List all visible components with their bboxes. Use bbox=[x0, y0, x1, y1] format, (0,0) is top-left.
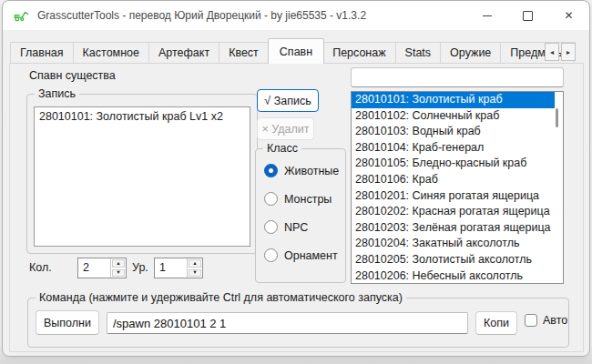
tab-scroll-buttons: ◂ ▸ bbox=[545, 43, 576, 61]
entity-listbox[interactable]: 28010101: Золотистый краб28010102: Солне… bbox=[351, 91, 564, 284]
tab-scroll-right-button[interactable]: ▸ bbox=[561, 43, 576, 61]
grasscutter-logo-icon bbox=[13, 7, 30, 25]
entity-list-item[interactable]: 28010105: Бледно-красный краб bbox=[352, 156, 555, 172]
level-stepper[interactable]: 1 ▲ ▼ bbox=[154, 258, 203, 278]
radio-label: Животные bbox=[284, 165, 339, 177]
record-button[interactable]: √ Запись bbox=[257, 89, 319, 112]
count-stepper[interactable]: 2 ▲ ▼ bbox=[77, 258, 127, 278]
app-window: GrasscutterTools - перевод Юрий Дворецки… bbox=[2, 0, 590, 357]
page-title: Спавн существа bbox=[29, 69, 116, 82]
title-bar[interactable]: GrasscutterTools - перевод Юрий Дворецки… bbox=[3, 1, 589, 30]
radio-option-npc[interactable]: NPC bbox=[264, 220, 308, 234]
entity-list-item[interactable]: 28010102: Солнечный краб bbox=[352, 108, 555, 125]
maximize-icon bbox=[523, 11, 533, 21]
window-title: GrasscutterTools - перевод Юрий Дворецки… bbox=[37, 9, 366, 22]
tab-stats[interactable]: Stats bbox=[396, 42, 442, 64]
radio-option-животные[interactable]: Животные bbox=[264, 164, 339, 177]
level-value: 1 bbox=[155, 258, 187, 278]
entity-list-item[interactable]: 28010103: Водный краб bbox=[352, 124, 555, 140]
tab-квест[interactable]: Квест bbox=[219, 42, 269, 64]
radio-icon bbox=[264, 220, 278, 234]
level-up-button[interactable]: ▲ bbox=[189, 259, 201, 268]
count-down-button[interactable]: ▼ bbox=[112, 269, 125, 278]
record-group-label: Запись bbox=[35, 87, 79, 100]
copy-command-button[interactable]: Копи bbox=[475, 311, 517, 335]
auto-checkbox[interactable] bbox=[525, 314, 537, 327]
entity-list-item[interactable]: 28010203: Зелёная рогатая ящерица bbox=[352, 220, 555, 237]
count-value: 2 bbox=[78, 258, 110, 278]
radio-label: Орнамент bbox=[284, 249, 338, 262]
record-group: Запись 28010101: Золотистый краб Lv1 x2 bbox=[26, 94, 258, 254]
radio-option-орнамент[interactable]: Орнамент bbox=[264, 248, 338, 262]
entity-list-item[interactable]: 28010101: Золотистый краб bbox=[352, 92, 555, 108]
close-icon: ✕ bbox=[564, 10, 573, 21]
class-group: Класс ЖивотныеМонстрыNPCОрнамент bbox=[255, 148, 346, 283]
tab-главная[interactable]: Главная bbox=[10, 42, 74, 64]
class-group-label: Класс bbox=[263, 142, 301, 155]
entity-list-item[interactable]: 28010205: Золотистый аксолотль bbox=[352, 252, 555, 268]
delete-button: × Удалит bbox=[257, 117, 314, 140]
radio-label: NPC bbox=[284, 221, 308, 234]
entity-list-item[interactable]: 28010104: Краб-генерал bbox=[352, 140, 555, 157]
entity-search-input[interactable] bbox=[351, 67, 564, 87]
close-button[interactable]: ✕ bbox=[548, 1, 589, 30]
auto-checkbox-label: Авто bbox=[543, 314, 567, 327]
maximize-button[interactable] bbox=[507, 1, 548, 30]
tab-артефакт[interactable]: Артефакт bbox=[149, 42, 219, 64]
command-input[interactable] bbox=[107, 312, 468, 334]
scrollbar-thumb[interactable] bbox=[556, 108, 558, 127]
level-label: Ур. bbox=[132, 258, 148, 278]
tab-кастомное[interactable]: Кастомное bbox=[74, 42, 149, 64]
minimize-icon bbox=[483, 15, 492, 16]
radio-icon bbox=[264, 164, 278, 177]
tab-спавн[interactable]: Спавн bbox=[268, 38, 324, 64]
entity-list-item[interactable]: 28010204: Закатный аксолотль bbox=[352, 236, 555, 252]
spawn-tab-page: Спавн существа Запись 28010101: Золотист… bbox=[9, 63, 584, 352]
count-up-button[interactable]: ▲ bbox=[112, 259, 125, 268]
radio-label: Монстры bbox=[284, 193, 332, 206]
count-label: Кол. bbox=[29, 258, 52, 278]
entity-list-item[interactable]: 28010106: Краб bbox=[352, 172, 555, 188]
auto-run-option[interactable]: Авто bbox=[525, 314, 567, 327]
entity-list-item[interactable]: 28010202: Красная рогатая ящерица bbox=[352, 204, 555, 220]
run-command-button[interactable]: Выполни bbox=[36, 310, 99, 335]
command-group-label: Команда (нажмите и удерживайте Ctrl для … bbox=[36, 291, 406, 304]
tab-оружие[interactable]: Оружие bbox=[441, 42, 501, 64]
level-down-button[interactable]: ▼ bbox=[189, 269, 201, 278]
tab-bar: ГлавнаяКастомноеАртефактКвестСпавнПерсон… bbox=[10, 38, 575, 64]
radio-icon bbox=[264, 248, 278, 262]
minimize-button[interactable] bbox=[466, 1, 507, 30]
tab-scroll-left-button[interactable]: ◂ bbox=[545, 43, 559, 61]
radio-option-монстры[interactable]: Монстры bbox=[264, 192, 332, 206]
entity-list-item[interactable]: 28010206: Небесный аксолотль bbox=[352, 268, 555, 284]
entity-list-item[interactable]: 28010201: Синяя рогатая ящерица bbox=[352, 188, 555, 205]
record-list-item[interactable]: 28010101: Золотистый краб Lv1 x2 bbox=[35, 107, 250, 126]
command-group: Команда (нажмите и удерживайте Ctrl для … bbox=[27, 298, 569, 348]
record-listbox[interactable]: 28010101: Золотистый краб Lv1 x2 bbox=[34, 106, 250, 247]
tab-персонаж[interactable]: Персонаж bbox=[323, 42, 395, 64]
radio-icon bbox=[264, 192, 278, 206]
